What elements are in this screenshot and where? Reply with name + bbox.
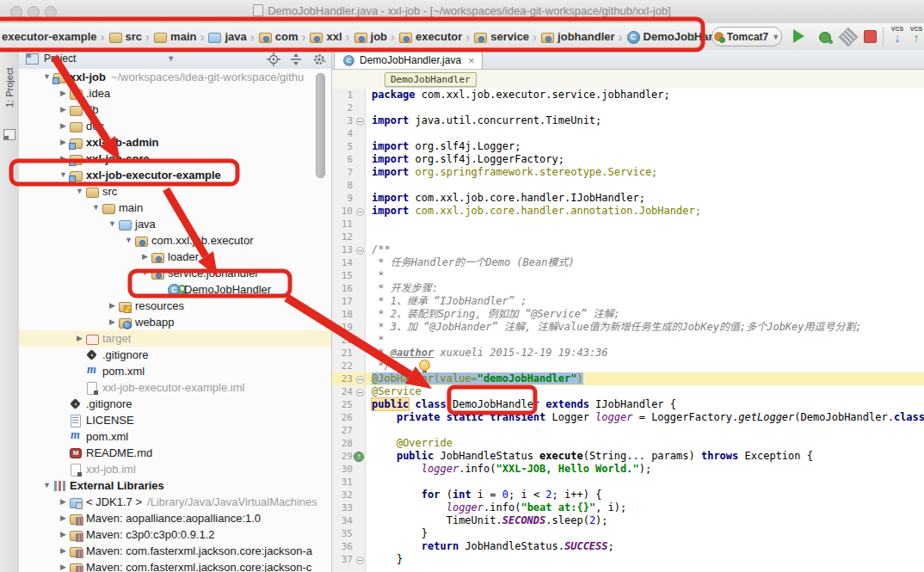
tree-item-service-jobhandler[interactable]: ▼service.jobhandler: [19, 265, 331, 281]
settings-gear-icon[interactable]: [313, 52, 327, 66]
close-icon[interactable]: ×: [468, 54, 475, 67]
tree-item-maven-com-fasterxml-jackson-core-jackson-a[interactable]: ▶Maven: com.fasterxml.jackson.core:jacks…: [19, 543, 331, 559]
override-marker-icon[interactable]: ↑: [354, 452, 364, 462]
tree-toggle-open[interactable]: ▼: [41, 69, 52, 85]
line-number: 33: [332, 501, 365, 514]
tree-toggle-closed[interactable]: ▶: [74, 330, 85, 347]
tree-item-com-xxl-job-executor[interactable]: ▼com.xxl.job.executor: [19, 232, 331, 249]
debug-button[interactable]: [817, 29, 833, 45]
tree-item-src[interactable]: ▼src: [19, 183, 331, 200]
tree-toggle-closed[interactable]: ▶: [58, 510, 69, 526]
breadcrumb-item-xxl[interactable]: xxl: [309, 30, 342, 44]
tree-toggle-open[interactable]: ▼: [107, 216, 118, 232]
run-button[interactable]: [793, 29, 804, 43]
breadcrumb-item-java[interactable]: java: [207, 30, 246, 44]
text-icon: [69, 414, 83, 427]
tree-toggle-closed[interactable]: ▶: [139, 249, 151, 265]
fold-icon[interactable]: [356, 247, 364, 255]
tree-item-target[interactable]: ▶target: [19, 330, 331, 347]
breadcrumb-item-com[interactable]: com: [258, 30, 299, 44]
tree-item-doc[interactable]: ▶doc: [19, 118, 331, 134]
code-line: [366, 179, 924, 192]
tree-item-resources[interactable]: ▶resources: [19, 298, 331, 314]
fold-icon[interactable]: [356, 389, 364, 397]
editor-breadcrumb-row: DemoJobHandler: [332, 70, 924, 89]
breadcrumb-item-jobhandler[interactable]: jobhandler: [540, 30, 614, 44]
breadcrumb-item-src[interactable]: src: [108, 30, 143, 44]
tree-toggle-closed[interactable]: ▶: [58, 101, 69, 118]
breadcrumb-item-main[interactable]: main: [153, 30, 196, 44]
tree-item-xxl-job-admin[interactable]: ▶xxl-job-admin: [19, 134, 331, 151]
stop-button[interactable]: [864, 30, 877, 43]
tree-item-main[interactable]: ▼main: [19, 200, 331, 216]
tree-item-maven-aopalliance-aopalliance-1-0[interactable]: ▶Maven: aopalliance:aopalliance:1.0: [19, 510, 331, 526]
locate-icon[interactable]: [267, 52, 280, 66]
tree-toggle-open[interactable]: ▼: [41, 477, 52, 494]
tree-scrollbar[interactable]: [316, 73, 325, 178]
tree-toggle-open[interactable]: ▼: [74, 183, 85, 200]
tree-item-maven-com-fasterxml-jackson-core-jackson-c[interactable]: ▶Maven: com.fasterxml.jackson.core:jacks…: [19, 559, 331, 572]
tree-item-jdk1-7[interactable]: ▶< JDK1.7 >/Library/Java/JavaVirtualMach…: [19, 494, 331, 510]
breadcrumb-item-service[interactable]: service: [473, 30, 529, 44]
tree-item-java[interactable]: ▼java: [19, 216, 331, 232]
tree-toggle-open[interactable]: ▼: [90, 200, 102, 216]
tree-item-pom-xml[interactable]: pom.xml: [19, 428, 331, 445]
tree-item-webapp[interactable]: ▶webapp: [19, 314, 331, 330]
tree-toggle-closed[interactable]: ▶: [58, 85, 69, 101]
tree-toggle-closed[interactable]: ▶: [58, 559, 69, 572]
vcs-update-button[interactable]: VCS↓: [889, 26, 906, 43]
tree-item-pom-xml[interactable]: pom.xml: [19, 363, 331, 379]
tree-toggle-closed[interactable]: ▶: [58, 118, 69, 134]
coverage-button[interactable]: [839, 28, 859, 47]
fold-icon[interactable]: [356, 208, 364, 216]
tree-toggle-open[interactable]: ▼: [58, 167, 69, 183]
code-line: */: [366, 360, 924, 372]
tree-toggle-closed[interactable]: ▶: [107, 298, 118, 314]
tree-item-label: Maven: c3p0:c3p0:0.9.1.2: [86, 526, 215, 543]
editor-tab-demojobhandler[interactable]: DemoJobHandler.java ×: [334, 51, 483, 69]
tree-item-label: src: [102, 183, 117, 200]
tree-item-db[interactable]: ▶db: [19, 101, 331, 118]
tree-toggle-closed[interactable]: ▶: [58, 543, 69, 559]
tree-item-maven-c3p0-c3p0-0-9-1-2[interactable]: ▶Maven: c3p0:c3p0:0.9.1.2: [19, 526, 331, 543]
breadcrumb-item-job[interactable]: job: [354, 30, 388, 44]
fold-icon[interactable]: [356, 376, 364, 384]
tree-item-readme-md[interactable]: README.md: [19, 445, 331, 461]
project-tool-window-icon[interactable]: [3, 129, 15, 140]
breadcrumb-item-executor[interactable]: executor: [398, 30, 462, 44]
tree-item-xxl-job-core[interactable]: ▶xxl-job-core: [19, 151, 331, 167]
collapse-all-icon[interactable]: [289, 52, 303, 66]
fold-icon[interactable]: [356, 557, 364, 564]
tree-toggle-closed[interactable]: ▶: [58, 494, 69, 510]
tree-item-xxl-job-executor-example-iml[interactable]: xxl-job-executor-example.iml: [19, 379, 331, 396]
tree-toggle-open[interactable]: ▼: [123, 232, 134, 249]
tree-toggle-closed[interactable]: ▶: [58, 526, 69, 543]
tool-window-tab-project[interactable]: 1: Project: [2, 53, 17, 122]
tree-toggle-closed[interactable]: ▶: [58, 151, 69, 167]
tree-toggle-open[interactable]: ▼: [139, 265, 151, 281]
tree-item-license[interactable]: LICENSE: [19, 412, 331, 428]
code-line: private static transient Logger logger =…: [366, 411, 924, 424]
intention-bulb-icon[interactable]: [419, 360, 430, 371]
green-down-arrow-icon[interactable]: ↓: [687, 28, 700, 44]
tree-item-gitignore[interactable]: .gitignore: [19, 347, 331, 363]
breadcrumb-item-executor-example[interactable]: executor-example: [2, 30, 97, 43]
tree-item-label: target: [102, 330, 131, 347]
tree-item-demojobhandler[interactable]: DemoJobHandler: [19, 281, 331, 298]
project-panel-title[interactable]: Project ▼: [26, 52, 175, 65]
tree-item-xxl-job-executor-example[interactable]: ▼xxl-job-executor-example: [19, 167, 331, 183]
vcs-commit-button[interactable]: VCS↑: [908, 26, 924, 43]
tree-item-gitignore[interactable]: .gitignore: [19, 396, 331, 412]
fold-icon[interactable]: [356, 118, 364, 126]
code-editor[interactable]: package com.xxl.job.executor.service.job…: [366, 89, 924, 572]
line-number: 20: [332, 334, 365, 347]
tree-item-loader[interactable]: ▶loader: [19, 249, 331, 265]
tree-item-xxl-job[interactable]: ▼xxl-job~/workspaces/idea-git-workspace/…: [19, 69, 331, 85]
class-breadcrumb-chip[interactable]: DemoJobHandler: [385, 72, 477, 87]
run-configuration-select[interactable]: Tomcat7 ▼: [711, 27, 782, 46]
tree-toggle-closed[interactable]: ▶: [58, 134, 69, 151]
tree-item-xxl-job-iml[interactable]: xxl-job.iml: [19, 461, 331, 477]
tree-toggle-closed[interactable]: ▶: [107, 314, 118, 330]
tree-item-idea[interactable]: ▶.idea: [19, 85, 331, 101]
tree-item-external-libraries[interactable]: ▼External Libraries: [19, 477, 331, 494]
